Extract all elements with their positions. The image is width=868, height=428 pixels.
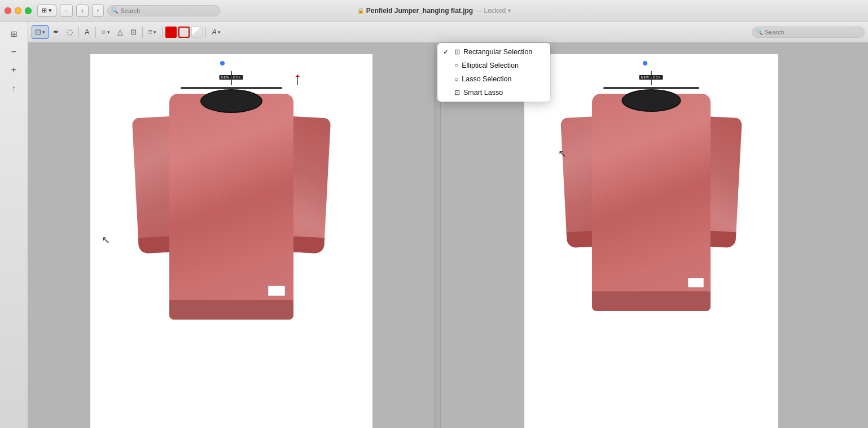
align-arrow: ▾ xyxy=(154,29,156,35)
rectangular-selection-icon: ⊡ xyxy=(454,48,460,56)
align-button[interactable]: ≡ ▾ xyxy=(146,25,160,39)
smart-lasso-label: Smart Lasso xyxy=(463,89,503,97)
right-blue-dot xyxy=(643,61,647,65)
left-cursor: ↖ xyxy=(102,234,110,246)
body-main-l xyxy=(169,94,293,320)
hanger-brand-left: NEW LOOK xyxy=(219,75,243,80)
left-blue-dot xyxy=(220,61,225,65)
shapes-icon: ○ xyxy=(102,28,106,36)
stroke-color-button[interactable] xyxy=(178,27,190,38)
collar-r xyxy=(621,89,681,112)
check-mark-rectangular: ✓ xyxy=(443,48,449,56)
close-button[interactable] xyxy=(5,7,11,14)
rectangular-selection-label: Rectangular Selection xyxy=(463,48,532,56)
separator-3 xyxy=(142,27,143,38)
search-icon: 🔍 xyxy=(111,7,118,14)
font-icon: A xyxy=(212,28,217,36)
font-arrow: ▾ xyxy=(218,29,221,35)
maximize-button[interactable] xyxy=(25,7,32,14)
font-button[interactable]: A ▾ xyxy=(209,25,223,39)
document-title: Penfield Jumper_hanging flat.jpg xyxy=(366,7,473,15)
label-tag-r xyxy=(688,278,704,287)
right-sweater-group: NEW LOOK xyxy=(567,71,736,325)
left-document: ↑ NEW LOOK xyxy=(90,54,372,428)
lasso-selection-label: Lasso Selection xyxy=(462,75,511,83)
search-input[interactable] xyxy=(107,5,220,16)
shapes-arrow: ▾ xyxy=(107,29,110,35)
body-ribbing-r xyxy=(592,291,711,311)
hanger-brand-right: NEW LOOK xyxy=(639,75,663,80)
separator-1 xyxy=(78,27,79,38)
eraser-tool-button[interactable]: ◌ xyxy=(64,25,76,39)
elliptical-selection-icon: ○ xyxy=(454,62,458,69)
separator-2 xyxy=(95,27,96,38)
sweater-body-wrap-right xyxy=(567,94,736,325)
align-icon: ≡ xyxy=(148,28,153,36)
crop-tool-button[interactable]: ⊡ xyxy=(128,25,139,39)
secondary-toolbar: ⊡ ▾ ✒ ◌ A ○ ▾ △ ⊡ ≡ ▾ A ▾ 🔍 xyxy=(28,21,868,43)
separator-5 xyxy=(205,27,206,38)
locked-label: — Locked xyxy=(475,7,506,15)
share-button[interactable]: ↑ xyxy=(92,5,104,17)
menu-item-smart-lasso[interactable]: ⊡ Smart Lasso xyxy=(437,86,550,99)
text-tool-button[interactable]: A xyxy=(82,25,93,39)
body-ribbing-l xyxy=(169,300,293,320)
right-search-input[interactable] xyxy=(752,27,865,38)
fill-color-button[interactable] xyxy=(165,27,177,38)
left-sweater-group: NEW LOOK xyxy=(141,71,322,337)
selection-tool-button[interactable]: ⊡ ▾ xyxy=(32,25,49,39)
pen-tool-button[interactable]: ✒ xyxy=(50,25,62,39)
right-search-wrap: 🔍 xyxy=(752,27,865,38)
menu-item-lasso[interactable]: ○ Lasso Selection xyxy=(437,72,550,86)
red-arrow-annotation: ↑ xyxy=(293,68,303,89)
sweater-body-wrap-left xyxy=(141,94,322,337)
body-main-r xyxy=(592,94,711,311)
lasso-selection-icon: ○ xyxy=(454,75,458,83)
view-toggle-button[interactable]: ⊞ ▾ xyxy=(37,5,56,17)
smart-lasso-icon: ⊡ xyxy=(454,89,460,97)
no-fill-button[interactable] xyxy=(191,27,203,38)
shapes-dropdown-button[interactable]: ○ ▾ xyxy=(99,25,113,39)
right-search-icon: 🔍 xyxy=(756,29,762,35)
right-document: NEW LOOK xyxy=(524,54,778,428)
zoom-in-tool[interactable]: + xyxy=(4,62,24,78)
menu-item-elliptical[interactable]: ○ Elliptical Selection xyxy=(437,59,550,72)
title-dropdown-arrow[interactable]: ▾ xyxy=(508,7,511,14)
title-center: 🔒 Penfield Jumper_hanging flat.jpg — Loc… xyxy=(357,7,511,15)
zoom-in-button[interactable]: + xyxy=(76,5,89,17)
selection-icon: ⊡ xyxy=(35,28,41,36)
right-cursor: ↖ xyxy=(558,147,567,160)
elliptical-selection-label: Elliptical Selection xyxy=(462,62,519,69)
view-toggle-tool[interactable]: ⊞ xyxy=(4,26,24,42)
minimize-button[interactable] xyxy=(15,7,21,14)
export-tool[interactable]: ↑ xyxy=(4,80,24,96)
menu-item-rectangular[interactable]: ✓ ⊡ Rectangular Selection xyxy=(437,45,550,59)
zoom-out-tool[interactable]: − xyxy=(4,44,24,60)
selection-dropdown-arrow[interactable]: ▾ xyxy=(42,29,45,35)
search-wrap: 🔍 xyxy=(107,5,220,16)
triangle-tool-button[interactable]: △ xyxy=(115,25,126,39)
label-tag-l xyxy=(268,286,285,296)
collar-l xyxy=(200,89,262,113)
traffic-lights xyxy=(5,7,32,14)
lock-icon: 🔒 xyxy=(357,7,364,14)
left-canvas-panel: ↑ NEW LOOK xyxy=(28,43,434,428)
separator-4 xyxy=(162,27,163,38)
left-toolbar: ⊞ − + ↑ xyxy=(0,21,28,428)
selection-dropdown-menu: ✓ ⊡ Rectangular Selection ○ Elliptical S… xyxy=(437,43,550,102)
title-bar: ⊞ ▾ − + ↑ 🔍 🔒 Penfield Jumper_hanging fl… xyxy=(0,0,868,21)
zoom-out-button[interactable]: − xyxy=(60,5,72,17)
